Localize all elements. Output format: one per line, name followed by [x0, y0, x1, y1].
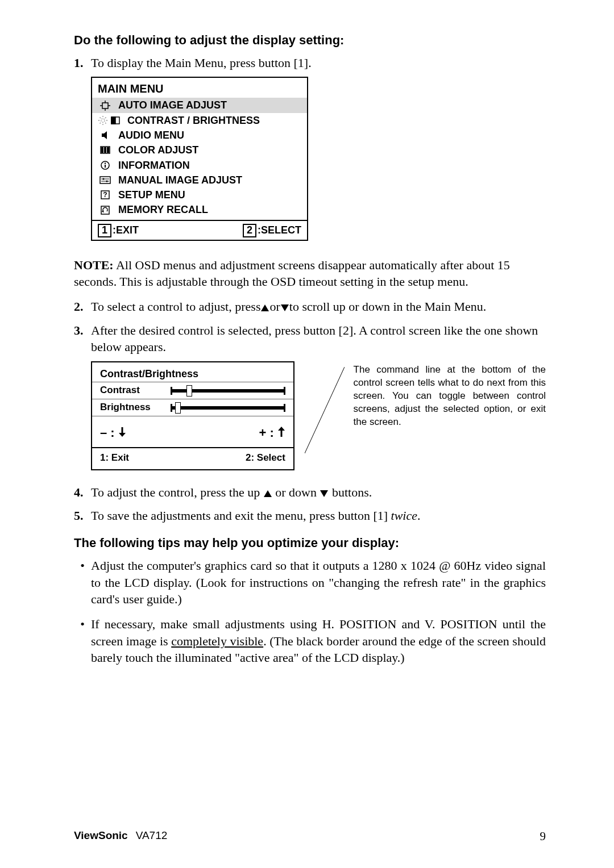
menu-label: CONTRAST / BRIGHTNESS	[127, 114, 260, 127]
step-text: To save the adjustments and exit the men…	[91, 507, 546, 524]
control-row-contrast[interactable]: Contrast	[92, 382, 293, 399]
control-row-brightness[interactable]: Brightness	[92, 399, 293, 416]
menu-item-contrast-brightness[interactable]: CONTRAST / BRIGHTNESS	[98, 113, 301, 128]
contrast-label: Contrast	[100, 384, 163, 397]
svg-line-38	[305, 367, 345, 453]
sun-contrast-icon	[98, 115, 122, 126]
bullet-dot: •	[74, 616, 91, 666]
exit-label: 1: Exit	[100, 452, 246, 465]
arrow-up-icon	[277, 425, 285, 440]
menu-label: MEMORY RECALL	[118, 203, 208, 216]
tip-2: • If necessary, make small adjustments u…	[74, 616, 546, 666]
tip-text: Adjust the computer's graphics card so t…	[91, 557, 546, 608]
triangle-up-icon	[263, 485, 272, 502]
contrast-slider[interactable]	[171, 385, 285, 397]
menu-label: SETUP MENU	[118, 188, 185, 202]
step-num: 5.	[74, 507, 91, 524]
control-title: Contrast/Brightness	[92, 367, 293, 382]
menu-label: COLOR ADJUST	[118, 143, 198, 157]
main-menu-box: MAIN MENU AUTO IMAGE ADJUST CONTRAST / B…	[91, 77, 308, 240]
text: To select a control to adjust, press	[91, 299, 260, 314]
step-2: 2. To select a control to adjust, presso…	[74, 298, 546, 316]
control-footer: 1: Exit 2: Select	[92, 447, 293, 469]
svg-rect-17	[101, 147, 103, 153]
page-footer: ViewSonic VA712 9	[74, 828, 546, 844]
text: To adjust the control, press the up	[91, 485, 263, 499]
step-text: To adjust the control, press the up or d…	[91, 484, 546, 502]
menu-item-auto-image-adjust[interactable]: AUTO IMAGE ADJUST	[92, 98, 307, 112]
menu-item-manual-image-adjust[interactable]: MANUAL IMAGE ADJUST	[98, 173, 301, 187]
text: to scroll up or down in the Main Menu.	[289, 299, 486, 314]
control-box: Contrast/Brightness Contrast Brightness …	[91, 361, 294, 470]
exit-label: :EXIT	[113, 224, 139, 236]
heading-adjust: Do the following to adjust the display s…	[74, 32, 546, 49]
arrow-down-icon	[118, 425, 126, 440]
text: or	[269, 299, 280, 314]
menu-item-color-adjust[interactable]: COLOR ADJUST	[98, 143, 301, 157]
menu-label: AUTO IMAGE ADJUST	[118, 98, 227, 112]
triangle-down-icon	[280, 299, 289, 316]
footer-brand: ViewSonic	[74, 828, 128, 844]
step-num: 4.	[74, 484, 91, 502]
key-1: 1	[98, 224, 111, 237]
text-italic: twice	[391, 508, 417, 523]
svg-marker-35	[119, 433, 126, 437]
color-bars-icon	[98, 144, 113, 156]
step-text: To select a control to adjust, pressorto…	[91, 298, 546, 316]
menu-item-memory-recall[interactable]: MEMORY RECALL	[98, 202, 301, 217]
speaker-icon	[98, 130, 113, 141]
svg-point-21	[105, 162, 106, 164]
svg-marker-40	[320, 490, 328, 497]
tip-1: • Adjust the computer's graphics card so…	[74, 557, 546, 608]
select-label: 2: Select	[246, 452, 285, 465]
leader-line	[305, 361, 343, 435]
svg-rect-18	[104, 147, 106, 153]
step-num: 1.	[74, 55, 91, 72]
text-underline: completely visible	[171, 634, 263, 648]
svg-marker-37	[278, 427, 285, 431]
step-text: After the desired control is selected, p…	[91, 322, 546, 356]
menu-footer: 1:EXIT 2:SELECT	[92, 221, 307, 240]
svg-marker-32	[261, 304, 269, 311]
bullet-dot: •	[74, 557, 91, 608]
minus-label: – :	[100, 425, 118, 440]
main-menu-title: MAIN MENU	[92, 78, 307, 98]
recall-icon	[98, 205, 113, 216]
menu-label: INFORMATION	[118, 158, 190, 172]
heading-tips: The following tips may help you optimize…	[74, 535, 546, 552]
select-label: :SELECT	[258, 224, 301, 236]
menu-item-setup-menu[interactable]: ? SETUP MENU	[98, 187, 301, 202]
svg-line-11	[105, 123, 106, 124]
brightness-label: Brightness	[100, 401, 163, 414]
step-4: 4. To adjust the control, press the up o…	[74, 484, 546, 502]
svg-marker-33	[281, 304, 289, 311]
svg-rect-15	[111, 117, 115, 124]
step-3: 3. After the desired control is selected…	[74, 322, 546, 356]
svg-rect-0	[102, 103, 108, 108]
crosshair-icon	[98, 100, 113, 111]
key-2: 2	[243, 224, 256, 237]
svg-marker-31	[102, 210, 104, 212]
step-1: 1. To display the Main Menu, press butto…	[74, 55, 546, 72]
menu-item-information[interactable]: INFORMATION	[98, 158, 301, 173]
note-label: NOTE:	[74, 258, 114, 272]
text: or down	[272, 485, 320, 499]
text: .	[417, 508, 421, 523]
text: To save the adjustments and exit the men…	[91, 508, 391, 523]
footer-page-number: 9	[540, 828, 546, 844]
note-paragraph: NOTE: All OSD menus and adjustment scree…	[74, 257, 546, 290]
triangle-down-icon	[320, 485, 329, 502]
menu-label: AUDIO MENU	[118, 128, 184, 142]
question-icon: ?	[98, 189, 113, 201]
svg-rect-23	[100, 177, 110, 183]
svg-line-10	[100, 117, 101, 118]
brightness-slider[interactable]	[171, 402, 285, 414]
svg-line-12	[100, 123, 101, 124]
info-icon	[98, 160, 113, 171]
menu-label: MANUAL IMAGE ADJUST	[118, 173, 242, 187]
footer-model: VA712	[136, 828, 168, 844]
control-arrows: – : + :	[92, 416, 293, 447]
menu-item-audio-menu[interactable]: AUDIO MENU	[98, 128, 301, 143]
svg-rect-22	[105, 165, 106, 168]
sliders-icon	[98, 174, 113, 186]
